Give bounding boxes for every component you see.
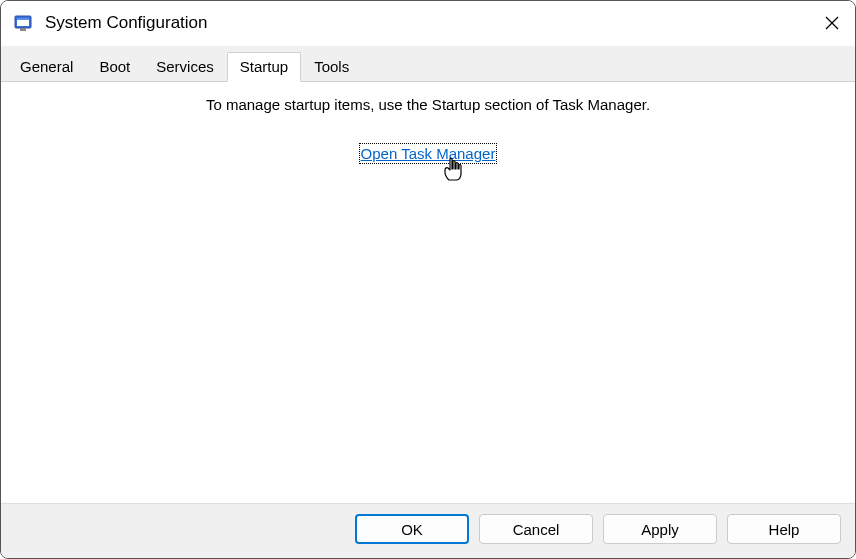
- close-button[interactable]: [809, 1, 855, 46]
- startup-tab-content: To manage startup items, use the Startup…: [1, 82, 855, 503]
- tab-label: Tools: [314, 58, 349, 75]
- window-title: System Configuration: [45, 13, 809, 33]
- system-configuration-window: System Configuration General Boot Servic…: [0, 0, 856, 559]
- tab-general[interactable]: General: [7, 52, 86, 81]
- ok-button[interactable]: OK: [355, 514, 469, 544]
- tab-label: Services: [156, 58, 214, 75]
- startup-message: To manage startup items, use the Startup…: [21, 96, 835, 113]
- cancel-button[interactable]: Cancel: [479, 514, 593, 544]
- dialog-footer: OK Cancel Apply Help: [1, 503, 855, 558]
- tab-tools[interactable]: Tools: [301, 52, 362, 81]
- tab-boot[interactable]: Boot: [86, 52, 143, 81]
- tab-label: Startup: [240, 58, 288, 75]
- svg-rect-2: [17, 18, 29, 20]
- svg-rect-3: [20, 28, 26, 31]
- tab-bar: General Boot Services Startup Tools: [1, 46, 855, 82]
- open-task-manager-link[interactable]: Open Task Manager: [361, 145, 496, 162]
- titlebar: System Configuration: [1, 1, 855, 46]
- apply-button[interactable]: Apply: [603, 514, 717, 544]
- help-button[interactable]: Help: [727, 514, 841, 544]
- tab-label: General: [20, 58, 73, 75]
- tab-services[interactable]: Services: [143, 52, 227, 81]
- tab-startup[interactable]: Startup: [227, 52, 301, 82]
- app-icon: [13, 13, 33, 33]
- tab-label: Boot: [99, 58, 130, 75]
